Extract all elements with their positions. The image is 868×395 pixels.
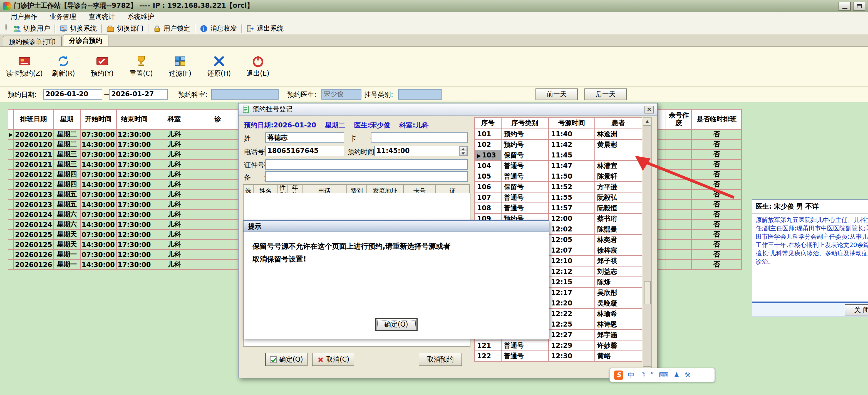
toolbar-messages[interactable]: 消息收发: [196, 24, 240, 33]
schedule-row-cell[interactable]: 儿科: [152, 260, 196, 270]
slot-row-cell[interactable]: 106: [474, 182, 501, 192]
class-input[interactable]: [398, 89, 442, 99]
action-booking[interactable]: 预约(Y): [85, 55, 120, 79]
slot-row-cell[interactable]: 11:40: [549, 129, 595, 140]
slot-row-cell[interactable]: 林诗恩: [595, 319, 642, 330]
schedule-row-cell[interactable]: [666, 159, 691, 170]
slot-row-cell[interactable]: 普通号: [501, 340, 549, 351]
schedule-row-cell[interactable]: 17:30:00: [116, 159, 152, 170]
slot-row-cell[interactable]: 105: [474, 171, 501, 182]
schedule-row-cell[interactable]: 17:30:00: [116, 179, 152, 189]
schedule-row-cell[interactable]: 儿科: [152, 159, 196, 170]
schedule-row-cell[interactable]: [666, 149, 691, 159]
slot-row-cell[interactable]: 11:57: [549, 203, 595, 213]
schedule-row-cell[interactable]: [196, 140, 239, 149]
slot-row-cell[interactable]: 102: [474, 140, 501, 150]
schedule-row-cell[interactable]: [196, 200, 239, 209]
schedule-row-cell[interactable]: [8, 219, 13, 230]
next-day-button[interactable]: 后一天: [584, 88, 627, 100]
slot-row-cell[interactable]: 吴欣彤: [595, 287, 642, 298]
schedule-row-cell[interactable]: 儿科: [152, 170, 196, 179]
schedule-row-cell[interactable]: [196, 240, 239, 249]
slot-row-4[interactable]: 105普通号11:50陈景轩: [474, 171, 642, 182]
schedule-row-cell[interactable]: 儿科: [152, 230, 196, 240]
schedule-row-cell[interactable]: [196, 249, 239, 260]
slot-row-cell[interactable]: 12:17: [549, 287, 595, 298]
slot-row-cell[interactable]: 11:47: [549, 160, 595, 171]
scroll-up-icon[interactable]: ▲: [643, 118, 651, 126]
restore-button[interactable]: [853, 1, 865, 10]
schedule-row-cell[interactable]: 14:30:00: [80, 159, 116, 170]
alert-ok-button[interactable]: 确定(Q): [375, 318, 417, 331]
prev-day-button[interactable]: 前一天: [535, 88, 578, 100]
schedule-row-cell[interactable]: 儿科: [152, 189, 196, 200]
schedule-row-cell[interactable]: [666, 260, 691, 270]
slot-row-cell[interactable]: 12:20: [549, 298, 595, 308]
slot-row-cell[interactable]: 保留号: [501, 150, 549, 160]
dialog-cancel-button[interactable]: 取消(C): [312, 353, 354, 366]
schedule-row-cell[interactable]: [666, 170, 691, 179]
schedule-row-cell[interactable]: 12:30:00: [116, 189, 152, 200]
schedule-row-cell[interactable]: [666, 179, 691, 189]
ime-icon-2[interactable]: ”: [651, 372, 654, 378]
slot-row-21[interactable]: 122普通号12:30黄峪: [474, 351, 642, 361]
schedule-row-cell[interactable]: 否: [691, 200, 742, 209]
slot-row-cell[interactable]: 12:22: [549, 308, 595, 319]
action-filter[interactable]: 过滤(F): [162, 55, 198, 79]
doctor-close-button[interactable]: 关 闭: [845, 304, 868, 315]
slot-row-3[interactable]: 104普通号11:47林潜宜: [474, 160, 642, 171]
schedule-row-cell[interactable]: 儿科: [152, 209, 196, 219]
tab-appointment-print[interactable]: 预约候诊单打印: [3, 36, 62, 46]
slot-row-cell[interactable]: 12:05: [549, 235, 595, 245]
schedule-row-cell[interactable]: 14:30:00: [80, 240, 116, 249]
schedule-row-cell[interactable]: 否: [691, 209, 742, 219]
slot-row-cell[interactable]: 蔡书珩: [595, 213, 642, 224]
dialog-ok-button[interactable]: 确定(Q): [265, 353, 308, 366]
schedule-row-cell[interactable]: 20260124: [13, 219, 54, 230]
schedule-row-cell[interactable]: 儿科: [152, 129, 196, 140]
schedule-row-cell[interactable]: 20260121: [13, 159, 54, 170]
name-field[interactable]: 蒋德志: [265, 132, 344, 143]
slot-row-cell[interactable]: 许妙馨: [595, 340, 642, 351]
schedule-row-cell[interactable]: 17:30:00: [116, 140, 152, 149]
schedule-row-cell[interactable]: 17:30:00: [116, 219, 152, 230]
ime-icon-0[interactable]: 中: [628, 372, 634, 378]
toolbar-exit-system[interactable]: 退出系统: [243, 24, 287, 33]
schedule-row-cell[interactable]: 星期三: [54, 159, 80, 170]
schedule-row-cell[interactable]: [196, 170, 239, 179]
schedule-row-cell[interactable]: [8, 159, 13, 170]
schedule-row-cell[interactable]: [8, 249, 13, 260]
schedule-row-cell[interactable]: 否: [691, 140, 742, 149]
phone-field[interactable]: 18065167645: [265, 146, 344, 156]
schedule-row-cell[interactable]: 儿科: [152, 149, 196, 159]
slot-row-6[interactable]: 107普通号11:55阮毅弘: [474, 192, 642, 203]
schedule-row-cell[interactable]: 星期六: [54, 209, 80, 219]
schedule-row-cell[interactable]: [666, 129, 691, 140]
spin-down-icon[interactable]: [459, 151, 467, 156]
ime-icon-4[interactable]: ♟: [674, 372, 680, 378]
slot-row-cell[interactable]: 普通号: [501, 160, 549, 171]
date-to-input[interactable]: 2026-01-27: [109, 89, 168, 99]
schedule-row-cell[interactable]: [666, 230, 691, 240]
schedule-row-cell[interactable]: 星期天: [54, 230, 80, 240]
schedule-row-cell[interactable]: 20260123: [13, 189, 54, 200]
schedule-row-cell[interactable]: [8, 240, 13, 249]
cancel-appointment-button[interactable]: 取消预约: [419, 353, 462, 366]
slot-row-cell[interactable]: ▶103: [474, 150, 501, 160]
slot-row-cell[interactable]: 122: [474, 351, 501, 361]
ime-icon-1[interactable]: ☽: [640, 372, 646, 378]
dept-input[interactable]: [211, 89, 279, 99]
slot-row-cell[interactable]: 林奕君: [595, 235, 642, 245]
schedule-row-cell[interactable]: [8, 230, 13, 240]
schedule-row-cell[interactable]: 07:30:00: [80, 230, 116, 240]
schedule-row-cell[interactable]: 20260120: [13, 140, 54, 149]
date-from-input[interactable]: 2026-01-20: [43, 89, 102, 99]
schedule-row-cell[interactable]: 儿科: [152, 200, 196, 209]
schedule-row-cell[interactable]: 否: [691, 129, 742, 140]
schedule-row-cell[interactable]: 否: [691, 149, 742, 159]
slot-row-cell[interactable]: 阮毅恒: [595, 203, 642, 213]
slot-row-cell[interactable]: 12:27: [549, 330, 595, 340]
slot-row-cell[interactable]: 林潜宜: [595, 160, 642, 171]
schedule-row-cell[interactable]: 14:30:00: [80, 260, 116, 270]
minimize-button[interactable]: [839, 1, 851, 10]
